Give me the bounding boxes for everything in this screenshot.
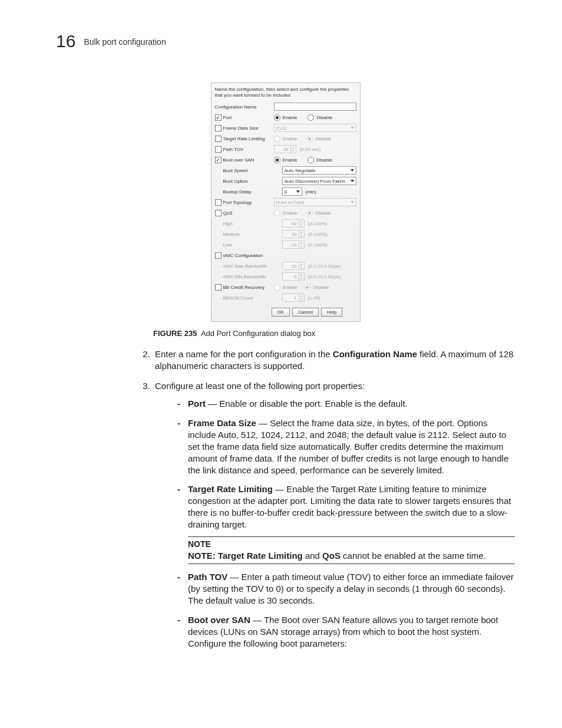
vnic-label: vNIC Configuration: [223, 253, 263, 258]
boot-over-san-disable-label: Disable: [316, 157, 332, 163]
note-body: NOTE: Target Rate Limiting and QoS canno…: [188, 550, 515, 562]
config-name-input[interactable]: [274, 103, 356, 111]
port-enable-label: Enable: [283, 115, 297, 120]
step-3: Configure at least one of the following …: [153, 380, 515, 649]
cancel-button[interactable]: Cancel: [292, 308, 319, 317]
frame-data-size-checkbox[interactable]: [215, 125, 222, 131]
qos-low-spinner[interactable]: 10 ▲▼: [282, 241, 305, 249]
bb-credit-checkbox[interactable]: [215, 284, 222, 291]
step-2: Enter a name for the port configuration …: [153, 348, 515, 372]
bootup-delay-value: 0: [285, 189, 287, 195]
chevron-down-icon: [351, 201, 354, 203]
port-topology-checkbox[interactable]: [215, 199, 222, 206]
port-disable-radio[interactable]: [308, 114, 314, 121]
boot-option-select[interactable]: Auto Discovered From Fabric: [282, 177, 356, 185]
add-port-config-dialog: Name the configuration, then select and …: [211, 83, 361, 322]
qos-checkbox[interactable]: [215, 210, 222, 216]
boot-over-san-enable-label: Enable: [283, 157, 297, 163]
boot-over-san-enable-radio[interactable]: [274, 157, 280, 163]
qos-high-spinner[interactable]: 60 ▲▼: [282, 219, 305, 228]
note-body-c: QoS: [322, 551, 340, 561]
bb-credit-disable-radio[interactable]: [304, 284, 310, 291]
boot-option-label: Boot Option: [215, 179, 280, 184]
chevron-down-icon: [351, 169, 354, 172]
chapter-number: 16: [56, 32, 75, 50]
running-header: 16 Bulk port configuration: [56, 32, 515, 50]
bb-credit-enable-radio[interactable]: [274, 284, 280, 291]
body-content: Enter a name for the port configuration …: [56, 348, 515, 650]
note-rule-top: [188, 536, 515, 537]
bullet-boot-over-san: Boot over SAN — The Boot over SAN featur…: [177, 614, 515, 650]
chapter-title: Bulk port configuration: [84, 37, 166, 47]
bbscn-count-spinner[interactable]: 1 ▲▼: [282, 294, 305, 302]
vnic-min-hint: (0.0-10.0 Gbps): [308, 274, 341, 279]
note-head: NOTE: [188, 539, 515, 550]
path-tov-hint: (0-60 sec): [300, 147, 321, 152]
chevron-down-icon: [351, 127, 354, 129]
bullet-path-tov: Path TOV — Enter a path timeout value (T…: [177, 571, 515, 607]
qos-medium-spinner[interactable]: 30 ▲▼: [282, 230, 305, 238]
port-label: Port: [223, 115, 232, 120]
boot-speed-select[interactable]: Auto Negotiate: [282, 166, 356, 174]
bullet-port: Port — Enable or disable the port. Enabl…: [177, 398, 515, 410]
port-topology-select[interactable]: Point to Point: [274, 198, 356, 206]
qos-medium-hint: (0-100%): [308, 232, 328, 237]
bootup-delay-label: Bootup Delay: [215, 189, 280, 195]
target-rate-enable-radio[interactable]: [274, 136, 280, 142]
vnic-max-spinner[interactable]: 10 ▲▼: [282, 262, 305, 270]
figure-caption: FIGURE 235 Add Port Configuration dialog…: [153, 329, 315, 338]
port-disable-label: Disable: [316, 115, 332, 120]
chevron-down-icon: [351, 180, 354, 182]
port-checkbox[interactable]: ✔: [215, 114, 222, 121]
path-tov-spinner[interactable]: 30 ▲▼: [274, 145, 296, 153]
target-rate-disable-radio[interactable]: [306, 136, 313, 142]
target-rate-label: Target Rate Limiting: [223, 136, 265, 141]
bb-credit-label: BB Credit Recovery: [223, 285, 265, 290]
bb-credit-enable-label: Enable: [283, 285, 297, 290]
note-body-d: cannot be enabled at the same time.: [340, 551, 486, 561]
qos-label: QoS: [223, 210, 233, 216]
qos-low-hint: (0-100%): [308, 242, 328, 248]
qos-disable-radio[interactable]: [306, 210, 313, 216]
boot-over-san-checkbox[interactable]: ✔: [215, 157, 222, 163]
note-body-a: NOTE: Target Rate Limiting: [188, 551, 303, 561]
vnic-checkbox[interactable]: [215, 252, 222, 259]
qos-high-label: High: [215, 221, 280, 226]
qos-disable-label: Disable: [315, 210, 331, 216]
figure-caption-text: Add Port Configuration dialog box: [201, 329, 315, 338]
bb-credit-disable-label: Disable: [313, 285, 329, 290]
chevron-down-icon: [296, 190, 300, 193]
figure-add-port-config: Name the configuration, then select and …: [56, 83, 515, 338]
step-3-text: Configure at least one of the following …: [155, 381, 365, 391]
target-rate-checkbox[interactable]: [215, 136, 222, 142]
bootup-delay-select[interactable]: 0: [282, 187, 302, 196]
vnic-max-hint: (0.1-10.0 Gbps): [308, 263, 341, 269]
bootup-delay-unit: (min): [306, 189, 316, 195]
vnic-min-label: vNIC Min Bandwidth: [215, 274, 280, 279]
target-rate-enable-label: Enable: [283, 136, 297, 141]
port-enable-radio[interactable]: [274, 114, 280, 121]
dialog-intro: Name the configuration, then select and …: [215, 87, 356, 98]
qos-high-value: 60: [282, 219, 299, 228]
ok-button[interactable]: OK: [272, 308, 290, 317]
boot-speed-value: Auto Negotiate: [285, 168, 316, 173]
help-button[interactable]: Help: [321, 308, 342, 317]
bullet-ptov-head: Path TOV: [188, 572, 227, 582]
frame-data-size-select[interactable]: 2112: [274, 124, 356, 132]
port-topology-label: Port Topology: [223, 200, 252, 205]
boot-over-san-disable-radio[interactable]: [308, 157, 314, 163]
bullet-fds-head: Frame Data Size: [188, 418, 256, 428]
path-tov-checkbox[interactable]: [215, 146, 222, 153]
target-rate-disable-label: Disable: [315, 136, 331, 141]
boot-option-value: Auto Discovered From Fabric: [285, 179, 346, 184]
bullet-trl-head: Target Rate Limiting: [188, 484, 273, 494]
vnic-max-label: vNIC Max Bandwidth: [215, 263, 280, 269]
qos-medium-value: 30: [282, 230, 299, 238]
note-block: NOTE NOTE: Target Rate Limiting and QoS …: [188, 536, 515, 564]
boot-over-san-label: Boot over SAN: [223, 157, 254, 163]
bullet-ptov-rest: — Enter a path timeout value (TOV) to ei…: [188, 572, 514, 605]
vnic-min-spinner[interactable]: 0 ▲▼: [282, 272, 305, 281]
port-topology-value: Point to Point: [276, 200, 305, 205]
qos-enable-radio[interactable]: [274, 210, 280, 216]
qos-low-label: Low: [215, 242, 280, 248]
